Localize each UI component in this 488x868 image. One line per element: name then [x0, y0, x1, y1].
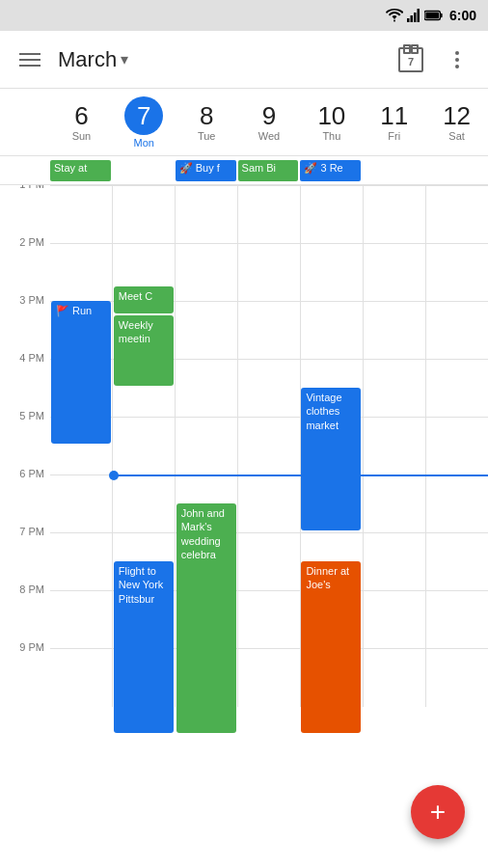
calendar-day-number: 7	[408, 56, 414, 68]
day-header-sun[interactable]: 6Sun	[50, 89, 113, 155]
day-cell	[300, 244, 363, 302]
day-cell	[175, 360, 237, 418]
header-actions: 7	[392, 41, 476, 79]
event-run[interactable]: 🚩 Run	[51, 301, 111, 444]
fab-plus-icon: +	[430, 797, 446, 827]
days-area: 🚩 RunMeet CWeekly meetinVintage clothes …	[50, 185, 488, 706]
hour-line	[50, 417, 488, 475]
day-cell	[50, 475, 112, 533]
month-label: March	[58, 47, 117, 72]
day-cell	[237, 533, 300, 591]
day-cell	[300, 302, 363, 360]
create-event-fab[interactable]: +	[411, 785, 465, 839]
day-cell	[425, 418, 488, 475]
event-dinner[interactable]: Dinner at Joe's	[301, 561, 361, 733]
calendar-today-button[interactable]: 7	[392, 41, 430, 79]
day-cell	[237, 418, 300, 475]
allday-event-🚀buyf[interactable]: 🚀 Buy f	[176, 160, 236, 181]
day-cell	[363, 475, 425, 533]
day-cell	[50, 186, 112, 244]
hour-line	[50, 185, 488, 243]
day-cell	[175, 418, 237, 475]
day-label: Fri	[388, 130, 400, 142]
status-time: 6:00	[449, 8, 476, 23]
day-header-sat[interactable]: 12Sat	[425, 89, 488, 155]
day-label: Wed	[258, 130, 280, 142]
day-cell	[175, 302, 237, 360]
day-cell	[363, 186, 425, 244]
day-cell	[50, 591, 112, 649]
svg-rect-3	[417, 9, 420, 22]
status-bar: 6:00	[0, 0, 488, 31]
time-slot: 6 PM	[0, 468, 50, 526]
event-john[interactable]: John and Mark's wedding celebra	[176, 503, 236, 733]
time-slot: 7 PM	[0, 526, 50, 583]
day-cell	[425, 591, 488, 649]
day-label: Sun	[72, 130, 92, 142]
day-cell	[363, 533, 425, 591]
day-cell	[112, 418, 175, 475]
app-header: March ▾ 7	[0, 31, 488, 89]
day-cell	[237, 360, 300, 418]
day-header-wed[interactable]: 9Wed	[238, 89, 301, 155]
allday-event-sambi[interactable]: Sam Bi	[238, 160, 299, 181]
day-cell	[363, 591, 425, 649]
day-header-mon[interactable]: 7Mon	[113, 89, 176, 155]
event-vintage[interactable]: Vintage clothes market	[301, 388, 361, 530]
day-headers: 6Sun7Mon8Tue9Wed10Thu11Fri12Sat	[50, 89, 488, 155]
svg-rect-1	[410, 15, 413, 22]
day-cell	[237, 649, 300, 707]
day-cell	[363, 360, 425, 418]
day-cell	[112, 475, 175, 533]
day-number: 11	[380, 103, 408, 128]
day-cell	[363, 649, 425, 707]
day-cell	[363, 418, 425, 475]
svg-rect-6	[425, 13, 439, 18]
day-label: Sat	[448, 130, 465, 142]
time-slot: 1 PM	[0, 185, 50, 236]
day-header-tue[interactable]: 8Tue	[176, 89, 238, 155]
day-number: 6	[74, 103, 88, 128]
allday-strip: Stay at🚀 Buy fSam Bi🚀 3 Re	[0, 156, 488, 185]
time-slot: 2 PM	[0, 236, 50, 294]
calendar-icon: 7	[398, 47, 423, 72]
day-label: Tue	[198, 130, 216, 142]
three-dots-icon	[455, 51, 459, 68]
event-flight[interactable]: Flight to New York Pittsbur	[114, 561, 174, 733]
day-header-fri[interactable]: 11Fri	[363, 89, 425, 155]
hour-line	[50, 475, 488, 532]
more-options-button[interactable]	[438, 41, 476, 79]
time-slot: 8 PM	[0, 583, 50, 641]
day-cell	[425, 649, 488, 707]
day-number: 12	[443, 103, 471, 128]
day-cell	[237, 475, 300, 533]
allday-gutter	[0, 156, 50, 184]
calendar-grid[interactable]: 1 PM2 PM3 PM4 PM5 PM6 PM7 PM8 PM9 PM 🚩 R…	[0, 185, 488, 868]
day-cell	[363, 302, 425, 360]
day-number: 10	[317, 103, 345, 128]
day-cell	[50, 533, 112, 591]
allday-event-🚀3re[interactable]: 🚀 3 Re	[300, 160, 361, 181]
day-number: 7	[124, 96, 163, 135]
day-number: 9	[262, 103, 276, 128]
day-header-row: 6Sun7Mon8Tue9Wed10Thu11Fri12Sat	[0, 89, 488, 156]
day-cell	[50, 244, 112, 302]
day-cell	[50, 649, 112, 707]
time-slot: 3 PM	[0, 294, 50, 352]
day-cell	[425, 533, 488, 591]
event-meetc[interactable]: Meet C	[114, 286, 174, 313]
day-cell	[425, 475, 488, 533]
day-header-thu[interactable]: 10Thu	[300, 89, 363, 155]
allday-event-stayat[interactable]: Stay at	[50, 160, 111, 181]
header-title[interactable]: March ▾	[58, 47, 382, 72]
day-cell	[237, 244, 300, 302]
menu-button[interactable]	[12, 45, 48, 74]
day-label: Mon	[134, 137, 154, 149]
time-slot: 5 PM	[0, 410, 50, 468]
event-weekly[interactable]: Weekly meetin	[114, 315, 174, 386]
day-number: 8	[200, 103, 213, 128]
day-cell	[425, 360, 488, 418]
day-cell	[425, 186, 488, 244]
day-cell	[363, 244, 425, 302]
svg-rect-2	[414, 13, 417, 22]
